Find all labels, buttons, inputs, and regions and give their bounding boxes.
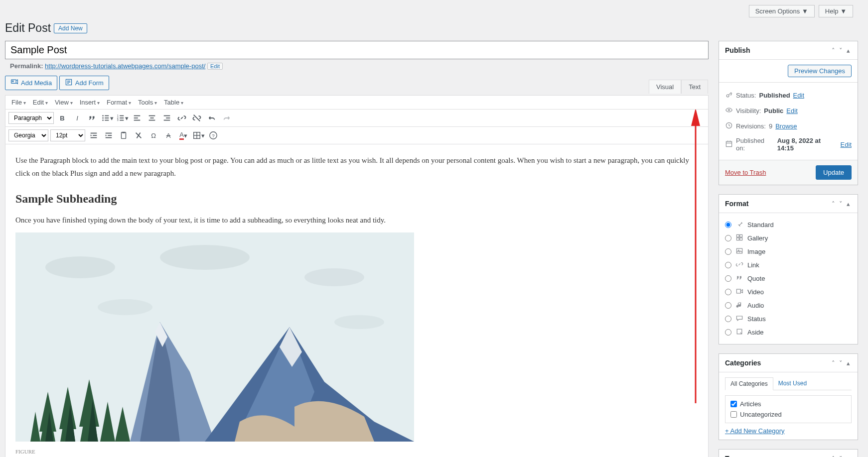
chevron-up-icon[interactable]: ˄ <box>830 47 837 54</box>
chevron-down-icon[interactable]: ˅ <box>838 200 844 208</box>
format-video[interactable]: Video <box>725 285 852 299</box>
blockquote-button[interactable] <box>86 112 99 124</box>
bullet-list-button[interactable]: ▾ <box>101 112 114 124</box>
help-button[interactable]: Help ▼ <box>819 5 853 17</box>
svg-rect-76 <box>740 238 742 240</box>
svg-rect-73 <box>736 234 739 237</box>
edit-date-link[interactable]: Edit <box>841 141 852 148</box>
format-link[interactable]: Link <box>725 258 852 272</box>
key-icon <box>725 91 733 100</box>
preview-changes-button[interactable]: Preview Changes <box>788 65 852 77</box>
svg-rect-17 <box>120 120 124 121</box>
menu-tools[interactable]: Tools <box>135 98 160 107</box>
cat-uncategorized[interactable]: Uncategorized <box>725 409 851 420</box>
gallery-icon <box>735 233 743 243</box>
align-center-button[interactable] <box>145 112 158 124</box>
outdent-button[interactable] <box>87 129 100 142</box>
edit-visibility-link[interactable]: Edit <box>786 107 797 114</box>
add-category-link[interactable]: + Add New Category <box>725 427 852 435</box>
svg-point-67 <box>728 109 729 111</box>
edit-permalink-button[interactable]: Edit <box>207 63 223 70</box>
indent-button[interactable] <box>102 129 115 142</box>
format-gallery[interactable]: Gallery <box>725 231 852 245</box>
post-title-input[interactable] <box>5 41 709 59</box>
help-icon-button[interactable]: ? <box>207 129 220 142</box>
menu-edit[interactable]: Edit <box>30 98 51 107</box>
add-media-button[interactable]: Add Media <box>5 76 57 90</box>
format-standard[interactable]: Standard <box>725 218 852 231</box>
menu-view[interactable]: View <box>52 98 76 107</box>
tab-text[interactable]: Text <box>681 80 708 94</box>
link-button[interactable] <box>175 112 188 124</box>
tab-visual[interactable]: Visual <box>649 80 681 94</box>
align-left-button[interactable] <box>131 112 144 124</box>
caret-up-icon[interactable]: ▴ <box>845 455 852 457</box>
browse-revisions-link[interactable]: Browse <box>775 122 797 130</box>
status-icon <box>735 314 743 324</box>
calendar-icon <box>725 140 733 149</box>
number-list-button[interactable]: 123▾ <box>116 112 129 124</box>
clear-format-button[interactable] <box>132 129 145 142</box>
permalink-link[interactable]: http://wordpress-tutorials.atwebpages.co… <box>45 62 205 70</box>
menu-format[interactable]: Format <box>104 98 134 107</box>
fontsize-select[interactable]: 12pt <box>50 129 85 141</box>
move-to-trash-link[interactable]: Move to Trash <box>725 169 766 176</box>
paste-button[interactable] <box>117 129 130 142</box>
table-button[interactable]: ▾ <box>192 129 205 142</box>
form-icon <box>65 78 73 88</box>
cat-articles[interactable]: Articles <box>725 399 851 409</box>
edit-status-link[interactable]: Edit <box>793 92 804 99</box>
figure-label: FIGURE <box>15 447 698 457</box>
undo-button[interactable] <box>205 112 218 124</box>
format-audio[interactable]: Audio <box>725 299 852 312</box>
italic-button[interactable]: I <box>71 112 84 124</box>
chevron-down-icon[interactable]: ˅ <box>838 359 844 367</box>
permalink-row: Permalink: http://wordpress-tutorials.at… <box>5 62 709 70</box>
svg-rect-33 <box>122 132 126 139</box>
paragraph-select[interactable]: Paragraph <box>8 112 54 124</box>
text-color-button[interactable]: A▾ <box>177 129 190 142</box>
redo-button[interactable] <box>220 112 233 124</box>
format-box: Format ˄˅▴ Standard Gallery Image Link Q… <box>719 194 858 344</box>
chevron-down-icon[interactable]: ˅ <box>838 47 844 54</box>
font-select[interactable]: Georgia <box>8 129 48 141</box>
format-image[interactable]: Image <box>725 245 852 258</box>
chevron-down-icon[interactable]: ˅ <box>838 455 844 457</box>
menu-file[interactable]: File <box>8 98 29 107</box>
svg-point-42 <box>160 245 250 270</box>
strikethrough-button[interactable]: A <box>162 129 175 142</box>
editor-content[interactable]: Use the Paragraph block to add the main … <box>5 144 708 457</box>
format-status[interactable]: Status <box>725 312 852 326</box>
chevron-up-icon[interactable]: ˄ <box>830 455 837 457</box>
svg-text:?: ? <box>212 133 215 138</box>
tab-all-categories[interactable]: All Categories <box>725 377 773 390</box>
special-char-button[interactable]: Ω <box>147 129 160 142</box>
svg-rect-18 <box>134 115 141 116</box>
menu-table[interactable]: Table <box>161 98 186 107</box>
tab-most-used[interactable]: Most Used <box>773 377 812 390</box>
svg-rect-27 <box>91 133 97 134</box>
unlink-button[interactable] <box>190 112 203 124</box>
caret-up-icon[interactable]: ▴ <box>845 359 852 367</box>
align-right-button[interactable] <box>160 112 173 124</box>
svg-rect-25 <box>166 117 170 118</box>
chevron-up-icon[interactable]: ˄ <box>830 359 837 367</box>
content-image[interactable] <box>15 232 698 446</box>
svg-rect-7 <box>105 115 109 116</box>
format-quote[interactable]: Quote <box>725 272 852 285</box>
add-new-button[interactable]: Add New <box>54 23 87 33</box>
caret-up-icon[interactable]: ▴ <box>845 200 852 208</box>
caret-up-icon[interactable]: ▴ <box>845 47 852 54</box>
svg-rect-23 <box>149 120 155 121</box>
bold-button[interactable]: B <box>56 112 69 124</box>
format-aside[interactable]: Aside <box>725 326 852 339</box>
svg-rect-20 <box>134 120 141 121</box>
revisions-icon <box>725 121 733 131</box>
update-button[interactable]: Update <box>816 165 852 180</box>
svg-rect-24 <box>164 115 170 116</box>
svg-rect-75 <box>736 238 739 240</box>
menu-insert[interactable]: Insert <box>77 98 103 107</box>
chevron-up-icon[interactable]: ˄ <box>830 200 837 208</box>
screen-options-button[interactable]: Screen Options ▼ <box>749 5 815 17</box>
add-form-button[interactable]: Add Form <box>59 76 109 90</box>
